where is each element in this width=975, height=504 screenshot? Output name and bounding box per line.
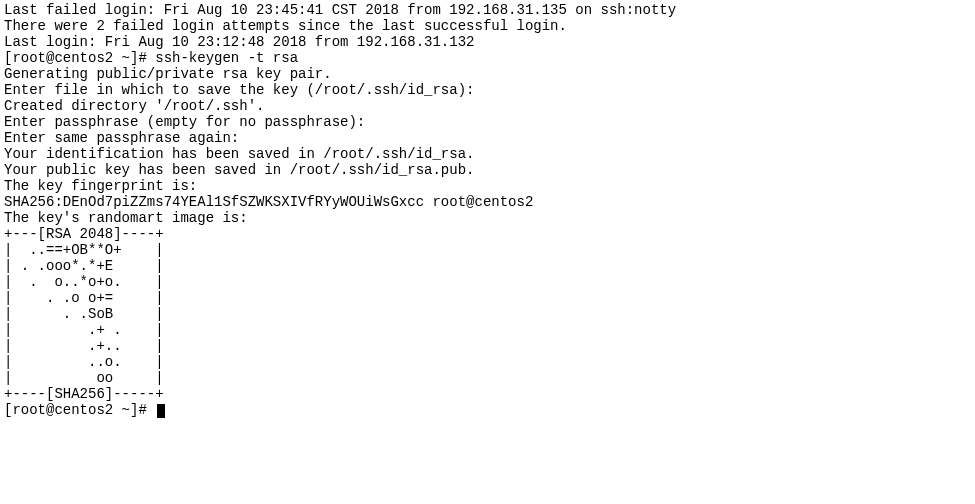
line-pub-saved: Your public key has been saved in /root/… [4,162,474,178]
line-randomart-label: The key's randomart image is: [4,210,248,226]
line-ssh-keygen-cmd: [root@centos2 ~]# ssh-keygen -t rsa [4,50,298,66]
line-fingerprint-label: The key fingerprint is: [4,178,197,194]
randomart-row-2: | . .ooo*.*+E | [4,258,164,274]
line-enter-passphrase2: Enter same passphrase again: [4,130,239,146]
line-enter-file: Enter file in which to save the key (/ro… [4,82,474,98]
terminal-output[interactable]: Last failed login: Fri Aug 10 23:45:41 C… [0,0,975,420]
randomart-row-5: | . .SoB | [4,306,164,322]
line-enter-passphrase: Enter passphrase (empty for no passphras… [4,114,365,130]
randomart-bottom: +----[SHA256]-----+ [4,386,164,402]
randomart-row-8: | ..o. | [4,354,164,370]
line-failed-attempts: There were 2 failed login attempts since… [4,18,567,34]
randomart-row-9: | oo | [4,370,164,386]
line-last-failed-login: Last failed login: Fri Aug 10 23:45:41 C… [4,2,676,18]
randomart-row-1: | ..==+OB**O+ | [4,242,164,258]
line-id-saved: Your identification has been saved in /r… [4,146,474,162]
randomart-row-4: | . .o o+= | [4,290,164,306]
randomart-row-3: | . o..*o+o. | [4,274,164,290]
randomart-row-7: | .+.. | [4,338,164,354]
line-last-login: Last login: Fri Aug 10 23:12:48 2018 fro… [4,34,474,50]
cursor-icon [157,404,165,418]
randomart-row-6: | .+ . | [4,322,164,338]
shell-prompt[interactable]: [root@centos2 ~]# [4,402,155,418]
line-generating: Generating public/private rsa key pair. [4,66,332,82]
line-fingerprint: SHA256:DEnOd7piZZms74YEAl1SfSZWKSXIVfRYy… [4,194,533,210]
line-created-dir: Created directory '/root/.ssh'. [4,98,264,114]
randomart-top: +---[RSA 2048]----+ [4,226,164,242]
